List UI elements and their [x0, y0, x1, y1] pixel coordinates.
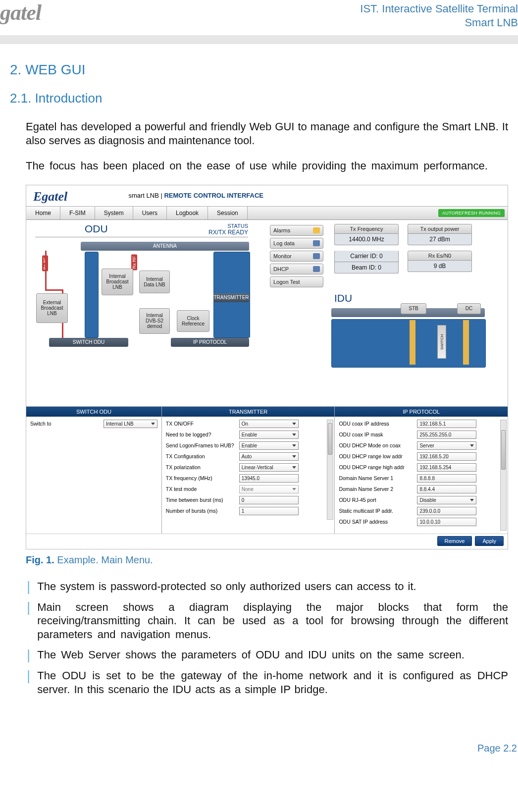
idu-title: IDU: [334, 292, 352, 304]
remove-button[interactable]: Remove: [437, 536, 472, 546]
rj45-label: ODU RJ-45 port: [339, 497, 417, 503]
idu-arrow-2: [463, 320, 469, 365]
menu-logbook[interactable]: Logbook: [167, 207, 208, 219]
bottom-panels: SWITCH ODU Switch to Internal LNB TRANSM…: [26, 406, 508, 534]
menu-system[interactable]: System: [95, 207, 133, 219]
alarm-icon: [313, 227, 320, 233]
menu-fsim[interactable]: F-SIM: [60, 207, 95, 219]
monitor-button[interactable]: Monitor: [270, 251, 323, 262]
tx-testmode-select[interactable]: None: [239, 485, 299, 493]
bullet-list: |The system is password-protected so onl…: [27, 580, 508, 697]
tx-frequency-value: 14400.0 MHz: [334, 234, 399, 245]
rf-line-1: [45, 251, 47, 289]
log-data-button[interactable]: Log data: [270, 238, 323, 249]
coax-mask-label: ODU coax IP mask: [339, 432, 417, 437]
main-menu: Home F-SIM System Users Logbook Session …: [26, 206, 508, 220]
bullet-1: The system is password-protected so only…: [37, 580, 508, 594]
ip-protocol-scrollbar[interactable]: [500, 420, 507, 531]
tx-testmode-label: TX test mode: [166, 486, 239, 492]
rj45-select[interactable]: Disable: [417, 496, 476, 504]
panel-switch-odu-title: SWITCH ODU: [26, 407, 161, 417]
idu-arrow-1: [410, 320, 415, 365]
need-logged-select[interactable]: Enable: [239, 431, 299, 439]
tx-polarization-select[interactable]: Linear-Vertical: [239, 463, 299, 472]
app-brand: Egatel: [33, 189, 67, 204]
time-burst-input[interactable]: 0: [239, 496, 299, 504]
chevron-down-icon: [292, 433, 296, 436]
menu-home[interactable]: Home: [26, 207, 60, 219]
dhcp-mode-select[interactable]: Server: [417, 441, 476, 450]
idu-dc-label: DC: [457, 303, 481, 314]
send-logon-select[interactable]: Enable: [239, 441, 299, 450]
intro-paragraph-2: The focus has been placed on the ease of…: [26, 159, 508, 173]
coax-mask-input[interactable]: 255.255.255.0: [417, 431, 476, 439]
dns2-label: Domain Name Server 2: [339, 486, 417, 492]
tx-output-value: 27 dBm: [408, 234, 472, 245]
internal-broadcast-lnb-block[interactable]: Internal Broadcast LNB: [102, 269, 133, 295]
switch-odu-block[interactable]: SWITCH ODU: [49, 338, 128, 347]
external-lnb-block[interactable]: External Broadcast LNB: [36, 293, 68, 323]
tx-onoff-select[interactable]: On: [239, 420, 299, 428]
bullet-icon: |: [27, 580, 30, 594]
antenna-block[interactable]: ANTENNA: [81, 242, 249, 251]
chevron-down-icon: [292, 423, 296, 425]
dns2-input[interactable]: 8.8.4.4: [417, 485, 476, 493]
alarms-button[interactable]: Alarms: [270, 225, 323, 236]
bullet-icon: |: [27, 648, 30, 662]
brand-logo: gatel: [0, 2, 41, 24]
dhcp-low-input[interactable]: 192.168.5.20: [417, 452, 476, 461]
idu-switch-block: SWITCH: [437, 325, 446, 359]
internal-demod-block[interactable]: Internal DVB-S2 demod: [139, 308, 170, 334]
sat-ip-input[interactable]: 10.0.0.10: [417, 518, 476, 526]
apply-button[interactable]: Apply: [475, 536, 504, 546]
tx-frequency-label2: TX frequency (MHz): [166, 475, 239, 481]
tx-polarization-label: TX polarization: [166, 464, 239, 470]
header-divider: [0, 35, 518, 44]
odu-blue-left: [85, 252, 99, 338]
bullet-3: The Web Server shows the parameters of O…: [37, 648, 508, 662]
tx-config-select[interactable]: Auto: [239, 452, 299, 461]
multicast-input[interactable]: 239.0.0.0: [417, 507, 476, 515]
rx-esn0-label: Rx Es/N0: [408, 251, 472, 261]
ip-protocol-block[interactable]: IP PROTOCOL: [171, 338, 249, 347]
app-title: smart LNB | REMOTE CONTROL INTERFACE: [128, 192, 263, 199]
bullet-4: The ODU is set to be the gateway of the …: [37, 669, 508, 696]
carrier-id: Carrier ID: 0: [334, 251, 399, 262]
chevron-down-icon: [151, 423, 155, 425]
dhcp-icon: [313, 266, 320, 272]
menu-users[interactable]: Users: [133, 207, 167, 219]
subsection-heading: 2.1. Introduction: [10, 91, 508, 106]
dhcp-low-label: ODU DHCP range low addr: [339, 453, 417, 459]
coax-ip-input[interactable]: 192.168.5.1: [417, 420, 476, 428]
clock-reference-block[interactable]: Clock Reference: [177, 310, 209, 332]
status-label: STATUS: [227, 223, 248, 229]
chevron-down-icon: [292, 488, 296, 490]
multicast-label: Static multicast IP addr.: [339, 508, 417, 514]
section-heading: 2. WEB GUI: [10, 62, 508, 78]
tx-frequency-label: Tx Frequency: [334, 224, 399, 234]
dns1-label: Domain Name Server 1: [339, 475, 417, 481]
num-bursts-input[interactable]: 1: [239, 507, 299, 515]
chevron-down-icon: [292, 455, 296, 458]
tx-config-label: TX Configuration: [166, 453, 239, 459]
transmitter-block[interactable]: TRANSMITTER: [213, 293, 249, 302]
transmitter-scrollbar[interactable]: [327, 420, 333, 520]
bullet-icon: |: [27, 669, 30, 696]
tx-frequency-input[interactable]: 13945.0: [239, 474, 299, 483]
num-bursts-label: Number of bursts (ms): [166, 508, 239, 514]
monitor-icon: [313, 253, 320, 259]
dns1-input[interactable]: 8.8.8.8: [417, 474, 476, 483]
rx-rf-badge-right: Rx RF: [131, 255, 137, 271]
internal-data-lnb-block[interactable]: Internal Data LNB: [139, 271, 170, 293]
menu-session[interactable]: Session: [208, 207, 248, 219]
panel-transmitter-title: TRANSMITTER: [162, 407, 335, 417]
gui-screenshot: Egatel smart LNB | REMOTE CONTROL INTERF…: [26, 185, 508, 549]
switch-to-select[interactable]: Internal LNB: [104, 420, 157, 428]
dhcp-button[interactable]: DHCP: [270, 264, 323, 274]
rx-esn0-value: 9 dB: [408, 261, 472, 272]
logon-test-button[interactable]: Logon Test: [270, 276, 323, 287]
status-value: RX/TX READY: [208, 229, 248, 236]
tx-onoff-label: TX ON/OFF: [166, 421, 239, 427]
dhcp-high-input[interactable]: 192.168.5.254: [417, 463, 476, 472]
send-logon-label: Send Logon/Frames to HUB?: [166, 442, 239, 448]
